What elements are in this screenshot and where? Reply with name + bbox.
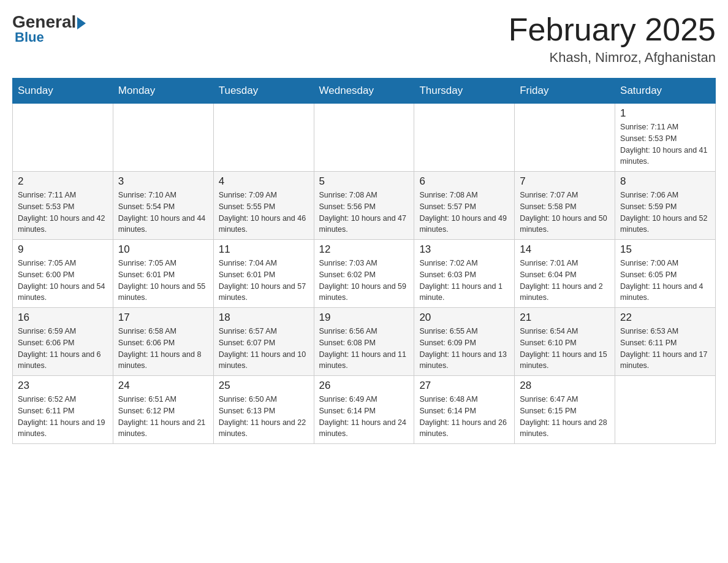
calendar-day-cell: 19Sunrise: 6:56 AMSunset: 6:08 PMDayligh…: [314, 308, 414, 376]
day-number: 2: [18, 175, 108, 188]
day-number: 28: [520, 380, 610, 392]
location-text: Khash, Nimroz, Afghanistan: [509, 50, 716, 66]
day-number: 5: [319, 175, 409, 188]
calendar-day-cell: 6Sunrise: 7:08 AMSunset: 5:57 PMDaylight…: [414, 172, 515, 240]
day-info: Sunrise: 7:06 AMSunset: 5:59 PMDaylight:…: [620, 190, 710, 236]
header-saturday: Saturday: [615, 79, 716, 104]
day-number: 12: [319, 243, 409, 256]
calendar-day-cell: 22Sunrise: 6:53 AMSunset: 6:11 PMDayligh…: [615, 308, 716, 376]
day-info: Sunrise: 7:01 AMSunset: 6:04 PMDaylight:…: [520, 258, 610, 304]
day-info: Sunrise: 6:50 AMSunset: 6:13 PMDaylight:…: [219, 394, 309, 440]
day-number: 11: [219, 243, 309, 256]
calendar-day-cell: 28Sunrise: 6:47 AMSunset: 6:15 PMDayligh…: [515, 376, 615, 444]
calendar-day-cell: 9Sunrise: 7:05 AMSunset: 6:00 PMDaylight…: [13, 240, 113, 308]
day-info: Sunrise: 7:11 AMSunset: 5:53 PMDaylight:…: [620, 121, 710, 167]
logo-blue-text: Blue: [15, 29, 44, 45]
calendar-day-cell: 11Sunrise: 7:04 AMSunset: 6:01 PMDayligh…: [213, 240, 314, 308]
calendar-day-cell: 15Sunrise: 7:00 AMSunset: 6:05 PMDayligh…: [615, 240, 716, 308]
calendar-day-cell: 7Sunrise: 7:07 AMSunset: 5:58 PMDaylight…: [515, 172, 615, 240]
day-info: Sunrise: 6:56 AMSunset: 6:08 PMDaylight:…: [319, 326, 409, 372]
calendar-day-cell: [13, 104, 113, 172]
day-info: Sunrise: 7:07 AMSunset: 5:58 PMDaylight:…: [520, 190, 610, 236]
day-number: 22: [620, 312, 710, 324]
header-sunday: Sunday: [13, 79, 113, 104]
day-number: 14: [520, 243, 610, 256]
calendar-day-cell: 20Sunrise: 6:55 AMSunset: 6:09 PMDayligh…: [414, 308, 515, 376]
calendar-week-row: 9Sunrise: 7:05 AMSunset: 6:00 PMDaylight…: [13, 240, 716, 308]
calendar-table: Sunday Monday Tuesday Wednesday Thursday…: [12, 78, 716, 444]
day-info: Sunrise: 7:08 AMSunset: 5:56 PMDaylight:…: [319, 190, 409, 236]
day-info: Sunrise: 6:54 AMSunset: 6:10 PMDaylight:…: [520, 326, 610, 372]
day-info: Sunrise: 7:02 AMSunset: 6:03 PMDaylight:…: [419, 258, 509, 304]
day-number: 17: [118, 312, 208, 324]
calendar-day-cell: [615, 376, 716, 444]
header-thursday: Thursday: [414, 79, 515, 104]
day-number: 3: [118, 175, 208, 188]
day-number: 26: [319, 380, 409, 392]
calendar-week-row: 1Sunrise: 7:11 AMSunset: 5:53 PMDaylight…: [13, 104, 716, 172]
calendar-day-cell: 16Sunrise: 6:59 AMSunset: 6:06 PMDayligh…: [13, 308, 113, 376]
calendar-day-cell: 14Sunrise: 7:01 AMSunset: 6:04 PMDayligh…: [515, 240, 615, 308]
day-number: 20: [419, 312, 509, 324]
calendar-day-cell: 1Sunrise: 7:11 AMSunset: 5:53 PMDaylight…: [615, 104, 716, 172]
day-number: 19: [319, 312, 409, 324]
calendar-day-cell: 23Sunrise: 6:52 AMSunset: 6:11 PMDayligh…: [13, 376, 113, 444]
calendar-day-cell: 24Sunrise: 6:51 AMSunset: 6:12 PMDayligh…: [113, 376, 213, 444]
day-info: Sunrise: 7:10 AMSunset: 5:54 PMDaylight:…: [118, 190, 208, 236]
day-number: 23: [18, 380, 108, 392]
day-info: Sunrise: 6:51 AMSunset: 6:12 PMDaylight:…: [118, 394, 208, 440]
day-number: 24: [118, 380, 208, 392]
logo[interactable]: General Blue: [12, 12, 86, 45]
day-info: Sunrise: 7:11 AMSunset: 5:53 PMDaylight:…: [18, 190, 108, 236]
day-number: 1: [620, 107, 710, 120]
day-info: Sunrise: 6:49 AMSunset: 6:14 PMDaylight:…: [319, 394, 409, 440]
calendar-day-cell: 8Sunrise: 7:06 AMSunset: 5:59 PMDaylight…: [615, 172, 716, 240]
day-info: Sunrise: 7:09 AMSunset: 5:55 PMDaylight:…: [219, 190, 309, 236]
calendar-day-cell: 5Sunrise: 7:08 AMSunset: 5:56 PMDaylight…: [314, 172, 414, 240]
day-number: 21: [520, 312, 610, 324]
day-number: 6: [419, 175, 509, 188]
calendar-day-cell: 17Sunrise: 6:58 AMSunset: 6:06 PMDayligh…: [113, 308, 213, 376]
calendar-day-cell: [414, 104, 515, 172]
calendar-day-cell: 18Sunrise: 6:57 AMSunset: 6:07 PMDayligh…: [213, 308, 314, 376]
day-number: 25: [219, 380, 309, 392]
calendar-week-row: 16Sunrise: 6:59 AMSunset: 6:06 PMDayligh…: [13, 308, 716, 376]
calendar-day-cell: [314, 104, 414, 172]
header-tuesday: Tuesday: [213, 79, 314, 104]
calendar-day-cell: [213, 104, 314, 172]
day-info: Sunrise: 6:47 AMSunset: 6:15 PMDaylight:…: [520, 394, 610, 440]
calendar-week-row: 2Sunrise: 7:11 AMSunset: 5:53 PMDaylight…: [13, 172, 716, 240]
calendar-week-row: 23Sunrise: 6:52 AMSunset: 6:11 PMDayligh…: [13, 376, 716, 444]
day-number: 8: [620, 175, 710, 188]
day-info: Sunrise: 7:04 AMSunset: 6:01 PMDaylight:…: [219, 258, 309, 304]
header-wednesday: Wednesday: [314, 79, 414, 104]
calendar-day-cell: 3Sunrise: 7:10 AMSunset: 5:54 PMDaylight…: [113, 172, 213, 240]
calendar-day-cell: 4Sunrise: 7:09 AMSunset: 5:55 PMDaylight…: [213, 172, 314, 240]
calendar-day-cell: 10Sunrise: 7:05 AMSunset: 6:01 PMDayligh…: [113, 240, 213, 308]
day-info: Sunrise: 7:08 AMSunset: 5:57 PMDaylight:…: [419, 190, 509, 236]
day-number: 9: [18, 243, 108, 256]
calendar-day-cell: 2Sunrise: 7:11 AMSunset: 5:53 PMDaylight…: [13, 172, 113, 240]
day-number: 7: [520, 175, 610, 188]
day-info: Sunrise: 7:03 AMSunset: 6:02 PMDaylight:…: [319, 258, 409, 304]
month-year-title: February 2025: [509, 12, 716, 47]
day-info: Sunrise: 7:05 AMSunset: 6:00 PMDaylight:…: [18, 258, 108, 304]
day-number: 15: [620, 243, 710, 256]
day-info: Sunrise: 6:59 AMSunset: 6:06 PMDaylight:…: [18, 326, 108, 372]
calendar-day-cell: 21Sunrise: 6:54 AMSunset: 6:10 PMDayligh…: [515, 308, 615, 376]
calendar-day-cell: 13Sunrise: 7:02 AMSunset: 6:03 PMDayligh…: [414, 240, 515, 308]
day-number: 16: [18, 312, 108, 324]
day-info: Sunrise: 7:00 AMSunset: 6:05 PMDaylight:…: [620, 258, 710, 304]
day-info: Sunrise: 6:52 AMSunset: 6:11 PMDaylight:…: [18, 394, 108, 440]
day-number: 27: [419, 380, 509, 392]
calendar-day-cell: 12Sunrise: 7:03 AMSunset: 6:02 PMDayligh…: [314, 240, 414, 308]
calendar-day-cell: [113, 104, 213, 172]
day-info: Sunrise: 6:57 AMSunset: 6:07 PMDaylight:…: [219, 326, 309, 372]
calendar-day-cell: 25Sunrise: 6:50 AMSunset: 6:13 PMDayligh…: [213, 376, 314, 444]
day-info: Sunrise: 6:48 AMSunset: 6:14 PMDaylight:…: [419, 394, 509, 440]
day-number: 18: [219, 312, 309, 324]
header-monday: Monday: [113, 79, 213, 104]
day-number: 10: [118, 243, 208, 256]
calendar-header-row: Sunday Monday Tuesday Wednesday Thursday…: [13, 79, 716, 104]
page-header: General Blue February 2025 Khash, Nimroz…: [12, 12, 716, 66]
